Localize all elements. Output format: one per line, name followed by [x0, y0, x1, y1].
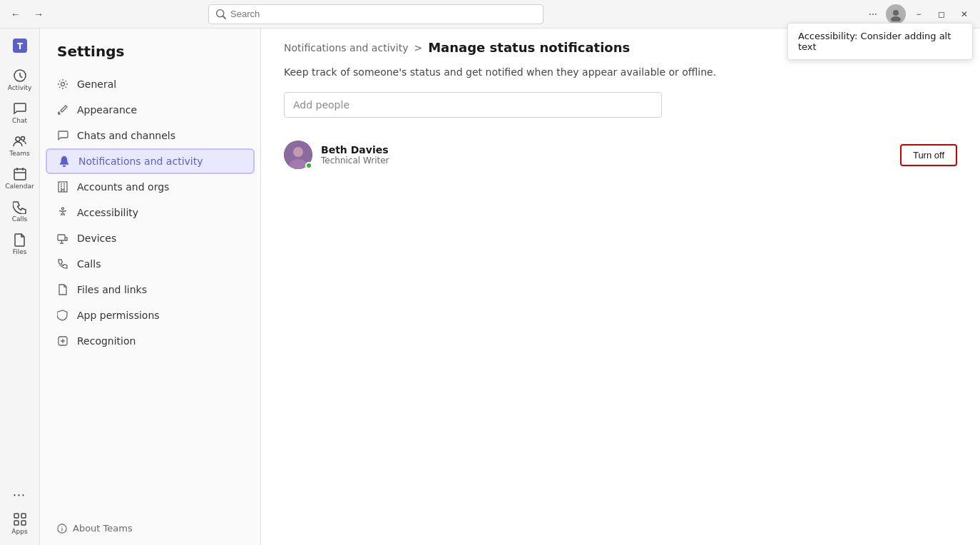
breadcrumb-current: Manage status notifications: [428, 40, 630, 55]
sidebar-item-chat[interactable]: Chat: [4, 97, 36, 128]
title-bar-left: ← →: [6, 4, 49, 24]
general-label: General: [77, 78, 116, 90]
accessibility-tooltip: Accessibility: Consider adding alt text: [787, 23, 973, 60]
svg-rect-12: [58, 182, 67, 192]
info-icon: [57, 524, 67, 534]
device-icon: [57, 233, 68, 244]
chats-channels-label: Chats and channels: [77, 130, 175, 141]
svg-rect-7: [14, 514, 19, 518]
notifications-label: Notifications and activity: [78, 156, 203, 167]
svg-point-5: [21, 137, 24, 141]
app-permissions-label: App permissions: [77, 310, 160, 321]
svg-rect-8: [21, 514, 26, 518]
about-teams-label: About Teams: [73, 523, 133, 534]
activity-icon: [13, 68, 27, 83]
person-avatar: [284, 141, 312, 169]
svg-rect-9: [14, 521, 19, 525]
sidebar-item-calls[interactable]: Calls: [4, 195, 36, 227]
accessibility-label: Accessibility: [77, 207, 138, 218]
sidebar-item-teams[interactable]: Teams: [4, 130, 36, 161]
activity-label: Activity: [8, 84, 32, 91]
nav-rail: T Activity Chat Teams: [0, 29, 40, 545]
sidebar-item-calendar[interactable]: Calendar: [4, 163, 36, 194]
svg-point-11: [61, 83, 65, 86]
about-teams[interactable]: About Teams: [40, 511, 260, 545]
chat-icon: [13, 101, 27, 116]
menu-item-devices[interactable]: Devices: [46, 225, 255, 251]
maximize-button[interactable]: ◻: [931, 4, 951, 24]
person-role: Technical Writer: [321, 156, 892, 165]
menu-item-general[interactable]: General: [46, 71, 255, 97]
sidebar-item-more[interactable]: ⋯: [4, 483, 36, 506]
app-body: T Activity Chat Teams: [0, 29, 980, 545]
apps-icon: [13, 512, 27, 526]
minimize-button[interactable]: −: [909, 4, 929, 24]
bell-icon: [58, 156, 70, 167]
calendar-icon: [13, 167, 27, 181]
search-input[interactable]: [230, 9, 536, 19]
more-options-button[interactable]: ⋯: [863, 4, 883, 24]
chat-label: Chat: [12, 117, 27, 124]
menu-item-notifications[interactable]: Notifications and activity: [46, 148, 255, 174]
breadcrumb-separator: >: [414, 42, 422, 54]
search-icon: [216, 9, 226, 19]
forward-button[interactable]: →: [29, 4, 49, 24]
files-label: Files: [13, 248, 27, 255]
title-bar-right: ⋯ − ◻ ✕: [863, 4, 974, 24]
sidebar-item-activity[interactable]: Activity: [4, 64, 36, 96]
settings-title: Settings: [40, 29, 260, 71]
phone-icon: [57, 258, 68, 270]
svg-rect-6: [14, 169, 26, 180]
svg-rect-14: [58, 235, 65, 240]
svg-point-13: [62, 208, 64, 210]
menu-item-accessibility[interactable]: Accessibility: [46, 200, 255, 225]
svg-point-18: [293, 147, 303, 157]
file-icon: [57, 284, 68, 295]
svg-point-1: [891, 16, 901, 21]
more-dots-icon: ⋯: [13, 487, 27, 502]
recognition-label: Recognition: [77, 335, 136, 347]
calls-label: Calls: [12, 215, 28, 223]
main-content: Notifications and activity > Manage stat…: [261, 29, 980, 545]
menu-item-accounts[interactable]: Accounts and orgs: [46, 174, 255, 200]
files-links-label: Files and links: [77, 284, 147, 295]
online-status-dot: [305, 162, 312, 169]
teams-icon: [13, 134, 27, 148]
person-info: Beth Davies Technical Writer: [321, 144, 892, 165]
turn-off-button[interactable]: Turn off: [900, 144, 957, 166]
add-people-input[interactable]: Add people: [284, 92, 662, 118]
sidebar-item-files[interactable]: Files: [4, 228, 36, 260]
calendar-label: Calendar: [5, 183, 34, 190]
page-description: Keep track of someone's status and get n…: [284, 66, 957, 78]
shield-icon: [57, 310, 68, 321]
building-icon: [57, 181, 68, 193]
menu-item-appearance[interactable]: Appearance: [46, 97, 255, 123]
paintbrush-icon: [57, 104, 68, 116]
breadcrumb-parent[interactable]: Notifications and activity: [284, 42, 408, 54]
content-body: Keep track of someone's status and get n…: [261, 55, 980, 186]
person-name: Beth Davies: [321, 144, 892, 156]
menu-item-app-permissions[interactable]: App permissions: [46, 302, 255, 328]
svg-text:T: T: [16, 41, 22, 51]
calls-menu-label: Calls: [77, 258, 101, 270]
svg-point-4: [16, 137, 20, 141]
appearance-label: Appearance: [77, 104, 137, 116]
sidebar-item-apps[interactable]: Apps: [4, 508, 36, 539]
close-button[interactable]: ✕: [954, 4, 974, 24]
gear-icon: [57, 78, 68, 90]
add-people-placeholder: Add people: [293, 99, 349, 111]
settings-menu: General Appearance Chats and channels: [40, 71, 260, 354]
search-bar[interactable]: [208, 4, 543, 24]
chat-bubble-icon: [57, 130, 68, 141]
accessibility-icon: [57, 207, 68, 218]
teams-logo[interactable]: T: [4, 34, 36, 57]
recognition-icon: [57, 335, 68, 347]
devices-label: Devices: [77, 233, 116, 244]
menu-item-recognition[interactable]: Recognition: [46, 328, 255, 354]
back-button[interactable]: ←: [6, 4, 26, 24]
files-icon: [13, 233, 27, 247]
menu-item-chats-channels[interactable]: Chats and channels: [46, 123, 255, 148]
user-avatar[interactable]: [886, 4, 906, 24]
menu-item-files-links[interactable]: Files and links: [46, 277, 255, 302]
menu-item-calls[interactable]: Calls: [46, 251, 255, 277]
